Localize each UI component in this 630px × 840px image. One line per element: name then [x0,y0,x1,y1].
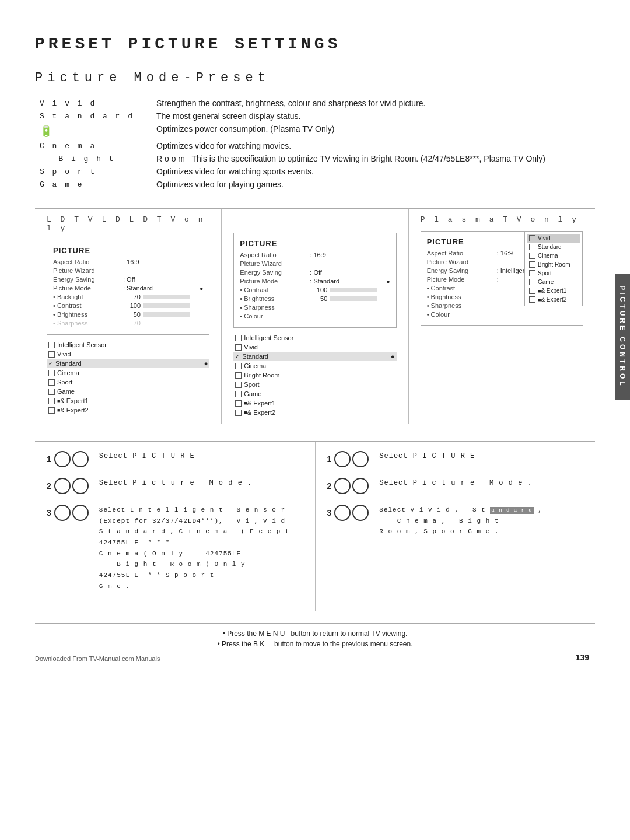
brightness-bar [144,312,190,317]
wizard-label: Picture Wizard [53,267,123,274]
aspect-label: Aspect Ratio [53,258,123,265]
standard-check-2: ✓ [235,354,240,359]
aspect-value-3: : 16:9 [497,250,513,257]
expert2-dd-checkbox [529,296,536,303]
label: Standard [242,353,268,360]
expert2-label: & Expert2 [60,407,88,414]
step-p1-row: 1 Select P I C T U R E [327,451,584,467]
aspect-value-2: : 16:9 [310,251,326,258]
table-row: V i v i d Strengthen the contrast, brigh… [35,97,595,110]
expert2-2 [235,410,242,416]
dropdown-sport: Sport [527,269,580,278]
step-1-btn-a [54,451,71,467]
lcd-column: L D T V L D L D T V o n l y PICTURE Aspe… [35,208,222,424]
step-3-row: 3 Select I n t e l l i g e n t S e n s o… [47,505,303,592]
cinema-label: Cinema [57,369,79,376]
wizard-label-3: Picture Wizard [427,258,497,265]
picture-label-2: PICTURE [240,239,390,248]
mode-name: 🔋 [35,123,152,139]
label: Vivid [244,344,258,351]
mode-name: B i g h t [35,152,152,165]
picturemode-value-3: : [497,276,499,283]
step-2-btn-a [54,478,71,494]
plasma-header: P l a s m a T V o n l y [421,215,583,224]
intelligent-sensor-checkbox [48,342,55,348]
step-p3-number: 3 [327,505,371,521]
step-p3-text: Select V i v i d , S t a n d a r d , C n… [379,505,542,537]
dropdown-brightroom: Bright Room [527,260,580,269]
expert1-checkbox [48,398,55,404]
sharpness-label-3: • Sharpness [427,302,497,309]
colour-row-3: • Colour [427,311,577,318]
list-item: Cinema [47,369,209,377]
step-2-text: Select P i c t u r e M o d e . [99,478,252,489]
colour-label: • Colour [240,313,310,320]
label: Game [244,390,261,397]
backlight-row: • Backlight 70 [53,293,203,300]
standard-dd-checkbox [529,244,536,250]
cinema-dd-label: Cinema [538,253,558,259]
wizard-label-2: Picture Wizard [240,260,310,267]
energy-value: : Off [123,276,135,283]
contrast-bar-2 [330,288,377,292]
cinema-2 [235,363,242,369]
picturemode-label: Picture Mode [53,285,123,292]
picturemode-row-2: Picture Mode : Standard ● [240,278,390,285]
table-row: S p o r t Optimizes video for watching s… [35,165,595,178]
step-p1-text: Select P I C T U R E [379,451,475,462]
page-number: 139 [576,653,589,662]
aspect-row-2: Aspect Ratio : 16:9 [240,251,390,258]
sport-dd-checkbox [529,270,536,276]
step-3-number: 3 [47,505,90,521]
label: Cinema [244,362,266,369]
brightness-label-2: • Brightness [240,295,310,302]
picturemode-label-2: Picture Mode [240,278,310,285]
mode-desc: Strengthen the contrast, brightness, col… [152,97,595,110]
step-p2-number: 2 [327,478,371,494]
vivid-dd-checkbox [529,235,536,242]
picturemode-label-3: Picture Mode [427,276,497,283]
contrast-row-2: • Contrast 100 [240,286,390,293]
standard-label: Standard [55,360,82,367]
expert1-2 [235,400,242,407]
list-item: Intelligent Sensor [47,341,209,349]
list-item: ■ & Expert1 [47,397,209,405]
energy-row-2: Energy Saving : Off [240,269,390,276]
mode-desc: Optimizes video for watching movies. [152,139,595,152]
step-2-btn-b [72,478,89,494]
expert1-dd-checkbox [529,288,536,294]
game-dd-checkbox [529,279,536,285]
mode-name: S t a n d a r d [35,110,152,123]
lcd-mode-list-2: Intelligent Sensor Vivid ✓ Standard ● Ci… [233,334,396,416]
sharpness-label-2: • Sharpness [240,304,310,311]
vivid-2 [235,344,242,351]
mode-desc: Optimizes video for playing games. [152,178,595,191]
brightroom-dd-checkbox [529,261,536,268]
intelligent-sensor-label: Intelligent Sensor [57,341,107,348]
expert1-dd-label: & Expert1 [541,288,566,294]
contrast-value-2: 100 [310,286,327,293]
footer-link[interactable]: Downloaded From TV-Manual.com Manuals [35,655,160,662]
step-2-number: 2 [47,478,90,494]
step-1-text: Select P I C T U R E [99,451,195,462]
brightroom-2 [235,372,242,379]
sport-label: Sport [57,379,72,386]
intelligent-sensor-2 [235,335,242,341]
table-row: G a m e Optimizes video for playing game… [35,178,595,191]
steps-two-col: 1 Select P I C T U R E 2 Select P i c t … [35,442,595,611]
game-dd-label: Game [538,279,554,285]
list-item: Bright Room [233,371,396,379]
brightness-row: • Brightness 50 [53,311,203,318]
table-row: B i g h t R o o m This is the specificat… [35,152,595,165]
plasma-column: P l a s m a T V o n l y PICTURE Aspect R… [409,208,595,424]
brightness-label: • Brightness [53,311,123,318]
list-item: ✓ Standard ● [233,352,396,360]
aspect-row: Aspect Ratio : 16:9 [53,258,203,265]
contrast-value: 100 [123,302,141,309]
side-tab: PICTURE CONTROL [615,274,630,400]
backlight-bar [144,295,190,299]
section-title: Picture Mode-Preset [35,71,595,85]
bottom-notes: • Press the M E N U button to return to … [35,623,595,648]
vivid-label: Vivid [57,351,71,358]
sport-2 [235,382,242,388]
